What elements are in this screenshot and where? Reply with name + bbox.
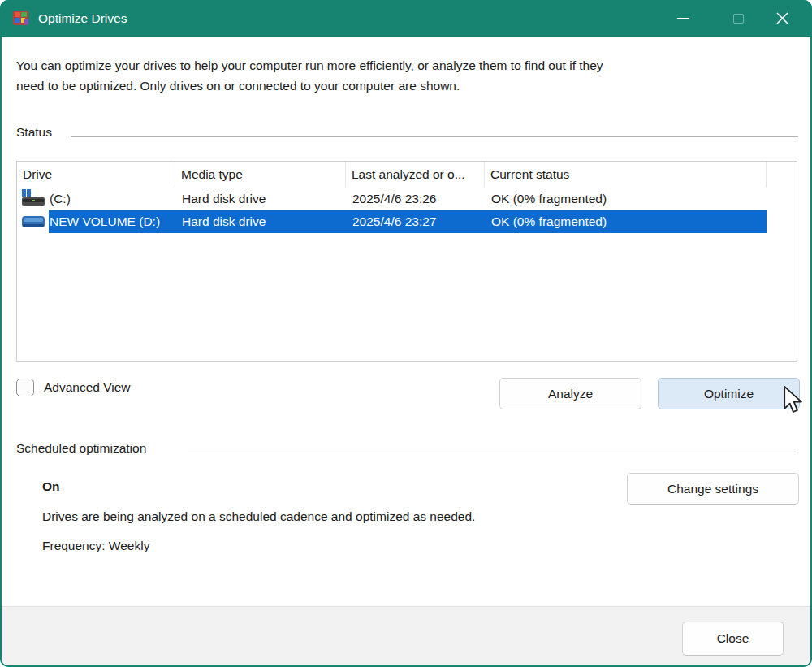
cell-drive: (C:)	[17, 188, 175, 210]
close-icon	[776, 12, 788, 24]
cell-media-type: Hard disk drive	[175, 210, 346, 233]
window-title: Optimize Drives	[38, 0, 127, 37]
scheduled-section-label: Scheduled optimization	[16, 441, 146, 456]
advanced-view-checkbox[interactable]	[16, 379, 34, 396]
defrag-app-icon	[12, 9, 30, 27]
drive-list: Drive Media type Last analyzed or o... C…	[16, 161, 797, 362]
column-header-filler	[767, 162, 797, 188]
title-bar: Optimize Drives	[0, 0, 812, 37]
analyze-button[interactable]: Analyze	[499, 378, 641, 409]
maximize-button[interactable]	[721, 0, 755, 37]
status-divider	[71, 136, 798, 137]
intro-line-1: You can optimize your drives to help you…	[16, 55, 771, 76]
scheduled-state: On	[42, 479, 60, 494]
intro-line-2: need to be optimized. Only drives on or …	[16, 76, 771, 96]
mouse-cursor-icon	[783, 386, 804, 415]
advanced-view-row: Advanced View	[16, 379, 131, 396]
dialog-footer: Close	[2, 606, 810, 665]
column-header-media-type[interactable]: Media type	[175, 162, 346, 188]
close-button[interactable]: Close	[682, 622, 784, 656]
advanced-view-label: Advanced View	[44, 380, 131, 395]
column-header-last-analyzed[interactable]: Last analyzed or o...	[346, 162, 485, 188]
cell-current-status: OK (0% fragmented)	[485, 188, 767, 210]
intro-text: You can optimize your drives to help you…	[16, 55, 771, 96]
optimize-drives-window: Optimize Drives You can optimize your dr…	[0, 0, 812, 667]
scheduled-description: Drives are being analyzed on a scheduled…	[42, 509, 475, 524]
cell-drive: NEW VOLUME (D:)	[17, 210, 175, 233]
status-section-label: Status	[16, 125, 52, 140]
close-window-button[interactable]	[765, 0, 799, 37]
drive-list-header: Drive Media type Last analyzed or o... C…	[17, 162, 797, 188]
column-header-drive[interactable]: Drive	[17, 162, 175, 188]
cell-last-analyzed: 2025/4/6 23:26	[346, 188, 485, 210]
cell-media-type: Hard disk drive	[175, 188, 346, 210]
maximize-icon	[733, 14, 744, 24]
table-row-drive-c[interactable]: (C:) Hard disk drive 2025/4/6 23:26 OK (…	[17, 188, 797, 210]
minimize-button[interactable]	[666, 0, 700, 37]
optimize-button[interactable]: Optimize	[658, 378, 800, 409]
dialog-body: You can optimize your drives to help you…	[2, 37, 810, 665]
cell-last-analyzed: 2025/4/6 23:27	[346, 210, 485, 233]
cell-current-status: OK (0% fragmented)	[485, 210, 767, 233]
minimize-icon	[677, 18, 689, 19]
scheduled-frequency: Frequency: Weekly	[42, 539, 149, 553]
table-row-drive-d-selected[interactable]: NEW VOLUME (D:) Hard disk drive 2025/4/6…	[17, 210, 797, 233]
change-settings-button[interactable]: Change settings	[627, 473, 799, 505]
scheduled-divider	[188, 453, 798, 453]
column-header-current-status[interactable]: Current status	[485, 162, 767, 188]
